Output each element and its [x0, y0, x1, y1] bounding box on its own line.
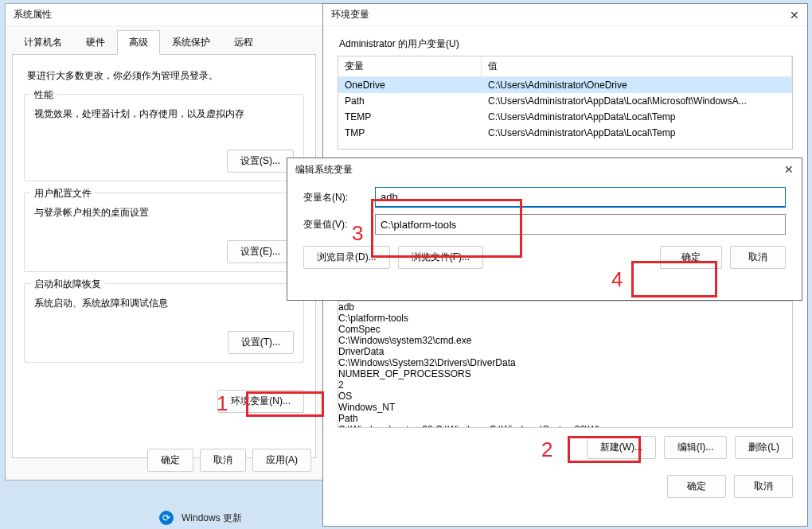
sysprops-title: 系统属性 — [14, 8, 52, 21]
sys-new-button[interactable]: 新建(W)... — [587, 436, 656, 459]
table-row[interactable]: TMPC:\Users\Administrator\AppData\Local\… — [338, 125, 792, 141]
variable-value-row: 变量值(V): — [303, 214, 786, 235]
performance-legend: 性能 — [31, 88, 57, 102]
editdlg-buttons: 浏览目录(D)... 浏览文件(F)... 确定 取消 — [303, 246, 786, 269]
sysprops-ok-button[interactable]: 确定 — [147, 449, 193, 472]
table-row[interactable]: OSWindows_NT — [338, 391, 792, 413]
performance-desc: 视觉效果，处理器计划，内存使用，以及虚拟内存 — [34, 107, 294, 121]
tab-hardware[interactable]: 硬件 — [74, 30, 117, 55]
table-row[interactable]: TEMPC:\Users\Administrator\AppData\Local… — [338, 109, 792, 125]
profiles-desc: 与登录帐户相关的桌面设置 — [34, 206, 294, 220]
table-row[interactable]: ComSpecC:\Windows\system32\cmd.exe — [338, 324, 792, 346]
close-icon[interactable]: ✕ — [762, 163, 794, 176]
browse-file-button[interactable]: 浏览文件(F)... — [398, 246, 483, 269]
editdlg-cancel-button[interactable]: 取消 — [730, 246, 786, 269]
performance-group: 性能 视觉效果，处理器计划，内存使用，以及虚拟内存 设置(S)... — [24, 94, 304, 181]
sysprops-apply-button[interactable]: 应用(A) — [252, 449, 311, 472]
startup-settings-button[interactable]: 设置(T)... — [228, 331, 294, 354]
table-row[interactable]: PathC:\Users\Administrator\AppData\Local… — [338, 93, 792, 109]
profiles-legend: 用户配置文件 — [31, 187, 95, 200]
tab-system-protection[interactable]: 系统保护 — [160, 30, 222, 55]
browse-directory-button[interactable]: 浏览目录(D)... — [303, 246, 390, 269]
system-vars-section: adbC:\platform-toolsComSpecC:\Windows\sy… — [323, 301, 807, 459]
user-vars-label: Administrator 的用户变量(U) — [339, 37, 807, 51]
tab-advanced[interactable]: 高级 — [117, 30, 160, 55]
editdlg-ok-button[interactable]: 确定 — [660, 246, 722, 269]
edit-system-variable-dialog: 编辑系统变量 ✕ 变量名(N): 变量值(V): 浏览目录(D)... 浏览文件… — [287, 158, 802, 301]
table-row[interactable]: PathC:\Windows\system32;C:\Windows;C:\Wi… — [338, 413, 792, 428]
annotation-number-1: 1 — [217, 391, 228, 416]
table-row[interactable]: NUMBER_OF_PROCESSORS2 — [338, 368, 792, 391]
close-icon[interactable]: ✕ — [767, 9, 799, 21]
envwin-cancel-button[interactable]: 取消 — [734, 475, 793, 498]
envwin-dialog-buttons: 确定 取消 — [323, 475, 793, 498]
user-profiles-group: 用户配置文件 与登录帐户相关的桌面设置 设置(E)... — [24, 193, 304, 272]
sys-edit-button[interactable]: 编辑(I)... — [664, 436, 727, 459]
performance-settings-button[interactable]: 设置(S)... — [227, 150, 294, 173]
system-vars-buttons: 新建(W)... 编辑(I)... 删除(L) — [323, 436, 793, 459]
sysprops-dialog-buttons: 确定 取消 应用(A) — [147, 449, 311, 472]
refresh-icon: ⟳ — [159, 511, 174, 525]
col-variable: 变量 — [338, 56, 482, 76]
envwin-titlebar: 环境变量 ✕ — [323, 4, 807, 26]
annotation-number-2: 2 — [541, 438, 552, 462]
envwin-ok-button[interactable]: 确定 — [667, 475, 726, 498]
startup-legend: 启动和故障恢复 — [31, 278, 104, 291]
editdlg-titlebar: 编辑系统变量 ✕ — [287, 158, 802, 181]
col-value: 值 — [482, 56, 792, 76]
editdlg-title: 编辑系统变量 — [295, 163, 353, 177]
system-vars-table[interactable]: adbC:\platform-toolsComSpecC:\Windows\sy… — [338, 301, 793, 428]
annotation-number-4: 4 — [611, 267, 623, 292]
startup-desc: 系统启动、系统故障和调试信息 — [34, 297, 294, 310]
windows-update-label: Windows 更新 — [182, 511, 242, 525]
startup-recovery-group: 启动和故障恢复 系统启动、系统故障和调试信息 设置(T)... — [24, 283, 304, 363]
tab-remote[interactable]: 远程 — [222, 30, 265, 55]
profiles-settings-button[interactable]: 设置(E)... — [227, 240, 294, 263]
sysprops-tabbody: 要进行大多数更改，你必须作为管理员登录。 性能 视觉效果，处理器计划，内存使用，… — [12, 54, 316, 458]
sysprops-titlebar: 系统属性 — [6, 4, 322, 26]
admin-note: 要进行大多数更改，你必须作为管理员登录。 — [27, 69, 304, 83]
variable-value-input[interactable] — [375, 214, 786, 235]
variable-value-label: 变量值(V): — [303, 218, 375, 231]
sys-delete-button[interactable]: 删除(L) — [735, 436, 793, 459]
table-row[interactable]: DriverDataC:\Windows\System32\Drivers\Dr… — [338, 346, 792, 368]
variable-name-row: 变量名(N): — [303, 187, 786, 208]
sysprops-cancel-button[interactable]: 取消 — [200, 449, 246, 472]
sysprops-tabs: 计算机名 硬件 高级 系统保护 远程 — [6, 26, 322, 55]
tab-computer-name[interactable]: 计算机名 — [12, 30, 74, 55]
windows-update-item[interactable]: ⟳ Windows 更新 — [159, 511, 242, 525]
system-properties-window: 系统属性 计算机名 硬件 高级 系统保护 远程 要进行大多数更改，你必须作为管理… — [5, 3, 323, 480]
user-vars-table[interactable]: 变量 值 OneDriveC:\Users\Administrator\OneD… — [338, 56, 793, 150]
table-row[interactable]: OneDriveC:\Users\Administrator\OneDrive — [338, 77, 792, 93]
environment-variables-button[interactable]: 环境变量(N)... — [217, 390, 304, 413]
user-vars-header: 变量 值 — [338, 56, 792, 77]
annotation-number-3: 3 — [352, 221, 363, 246]
variable-name-label: 变量名(N): — [303, 191, 375, 204]
table-row[interactable]: adbC:\platform-tools — [338, 301, 792, 324]
variable-name-input[interactable] — [375, 187, 786, 208]
envwin-title: 环境变量 — [331, 8, 369, 21]
